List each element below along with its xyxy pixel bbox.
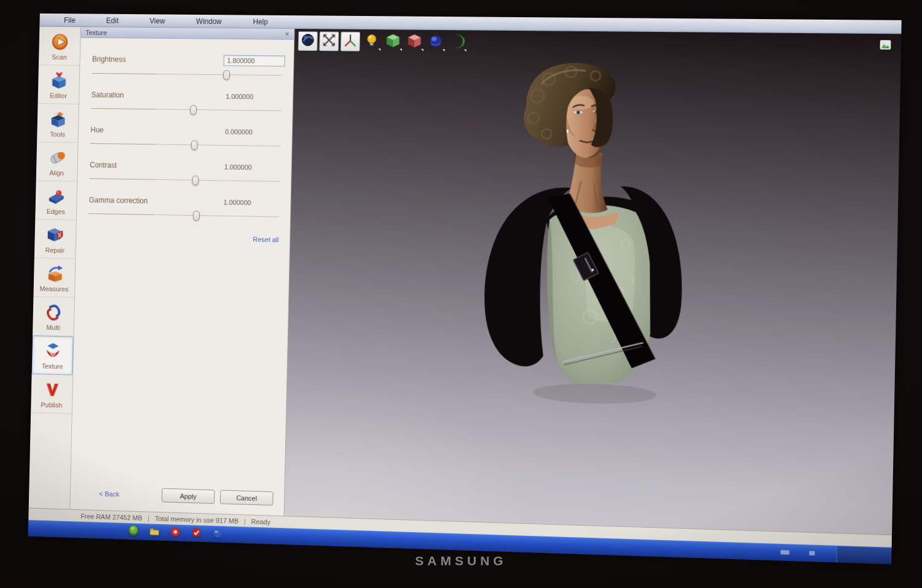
slider-thumb-gamma[interactable] [193, 211, 200, 221]
scanned-bust-graphic [469, 58, 698, 412]
texture-panel-body: Brightness1.800000Saturation1.000000Hue0… [70, 38, 294, 516]
sidebar-item-label: Publish [41, 401, 62, 409]
apply-button[interactable]: Apply [162, 488, 215, 504]
slider-value-hue[interactable]: 0.000000 [222, 127, 283, 137]
slider-group-saturation: Saturation1.000000 [91, 90, 285, 117]
fit-view-button[interactable] [319, 31, 339, 51]
slider-row: Gamma correction1.000000 [89, 195, 282, 208]
red-cube-icon [406, 33, 423, 51]
sidebar-item-edges[interactable]: Edges [35, 181, 77, 221]
texture-panel: Texture × Brightness1.800000Saturation1.… [70, 27, 294, 515]
reset-all-link[interactable]: Reset all [253, 236, 278, 244]
dropdown-arrow-icon[interactable] [464, 49, 467, 52]
sidebar-item-label: Edges [47, 208, 65, 215]
slider-label-brightness: Brightness [92, 55, 126, 63]
multi-icon [42, 302, 64, 323]
slider-thumb-saturation[interactable] [190, 105, 197, 115]
red-cube-button[interactable] [404, 32, 425, 52]
sidebar-item-label: Scan [52, 53, 66, 60]
taskbar-icons [128, 525, 223, 541]
sidebar-item-label: Measures [40, 284, 69, 292]
cancel-button[interactable]: Cancel [220, 490, 274, 506]
green-cube-icon [385, 33, 401, 51]
slider-track-saturation[interactable] [91, 102, 284, 118]
status-separator: | [244, 517, 246, 525]
sidebar-item-scan[interactable]: Scan [39, 26, 81, 65]
slider-track-fill [90, 143, 156, 144]
coordinate-axes-button[interactable] [341, 32, 360, 52]
align-icon [46, 147, 68, 168]
slider-track-fill [90, 178, 155, 180]
main-content: ScanEditorToolsAlignEdgesRepairMeasuresM… [29, 26, 902, 535]
sidebar-item-label: Texture [42, 363, 63, 370]
sidebar-item-label: Align [49, 169, 64, 176]
menu-item-edit[interactable]: Edit [100, 15, 125, 26]
slider-value-contrast[interactable]: 1.000000 [221, 162, 283, 173]
spacer [119, 494, 156, 495]
green-cube-button[interactable] [383, 32, 403, 52]
red-app-icon[interactable] [170, 526, 181, 539]
slider-value-saturation[interactable]: 1.000000 [223, 92, 284, 102]
start-orb-icon[interactable] [128, 525, 139, 538]
memory-status: Total memory in use 917 MB [155, 514, 239, 524]
sidebar-item-repair[interactable]: Repair [34, 219, 76, 259]
dropdown-arrow-icon[interactable] [378, 49, 380, 51]
blue-app-icon[interactable] [212, 528, 223, 541]
tools-icon [47, 109, 68, 130]
dropdown-arrow-icon[interactable] [400, 49, 402, 51]
red-badge-icon[interactable] [191, 527, 202, 541]
fit-view-icon [321, 32, 337, 50]
menu-item-help[interactable]: Help [246, 16, 275, 27]
sidebar-item-texture[interactable]: Texture [32, 335, 74, 375]
panel-bottom-bar: < Back Apply Cancel [82, 482, 276, 509]
menu-item-file[interactable]: File [57, 15, 82, 26]
lighting-icon [363, 33, 379, 51]
snapshot-icon[interactable] [880, 40, 891, 49]
slider-group-brightness: Brightness1.800000 [92, 53, 285, 82]
dropdown-arrow-icon[interactable] [421, 49, 424, 52]
menu-item-window[interactable]: Window [189, 15, 229, 26]
slider-track-hue[interactable] [90, 137, 283, 153]
shaded-view-icon [300, 32, 316, 50]
sidebar-item-align[interactable]: Align [36, 143, 78, 182]
sidebar-item-publish[interactable]: Publish [31, 374, 73, 414]
shaded-view-button[interactable] [298, 31, 318, 51]
dropdown-arrow-icon[interactable] [443, 49, 445, 52]
slider-track-gamma[interactable] [89, 207, 282, 224]
close-icon[interactable]: × [285, 31, 290, 37]
status-separator: | [148, 514, 149, 522]
monitor-photo: FileEditViewWindowHelp ScanEditorToolsAl… [0, 0, 922, 588]
slider-label-gamma: Gamma correction [89, 196, 148, 205]
slider-thumb-hue[interactable] [191, 140, 198, 150]
viewport-3d[interactable] [285, 29, 902, 535]
lighting-button[interactable] [361, 32, 381, 52]
sidebar-item-multi[interactable]: Multi [33, 297, 74, 336]
viewport-toolbar [298, 31, 468, 52]
slider-group-contrast: Contrast1.000000 [89, 160, 283, 189]
scan-icon [49, 31, 70, 52]
sidebar-item-tools[interactable]: Tools [37, 104, 79, 143]
crescent-button[interactable] [447, 33, 468, 52]
sidebar-item-editor[interactable]: Editor [38, 65, 80, 104]
coordinate-axes-icon [342, 33, 358, 51]
menu-item-view[interactable]: View [143, 15, 171, 26]
panel-title: Texture [85, 29, 285, 38]
slider-thumb-brightness[interactable] [223, 70, 230, 80]
blue-sphere-button[interactable] [426, 33, 446, 52]
ready-status: Ready [251, 517, 271, 525]
slider-group-gamma: Gamma correction1.000000 [89, 195, 282, 224]
slider-track-fill [92, 73, 157, 74]
slider-track-fill [89, 213, 154, 215]
repair-icon [44, 224, 66, 245]
slider-value-gamma[interactable]: 1.000000 [220, 197, 282, 208]
slider-track-brightness[interactable] [92, 67, 285, 82]
sidebar-item-measures[interactable]: Measures [33, 258, 75, 297]
back-link[interactable]: < Back [99, 490, 119, 498]
sidebar-item-label: Repair [45, 246, 65, 254]
slider-value-brightness[interactable]: 1.800000 [223, 55, 285, 67]
folder-icon[interactable] [149, 525, 160, 539]
slider-track-contrast[interactable] [89, 172, 282, 189]
slider-track-fill [91, 108, 156, 109]
scan-model-3d[interactable] [469, 58, 698, 412]
slider-thumb-contrast[interactable] [192, 176, 199, 186]
